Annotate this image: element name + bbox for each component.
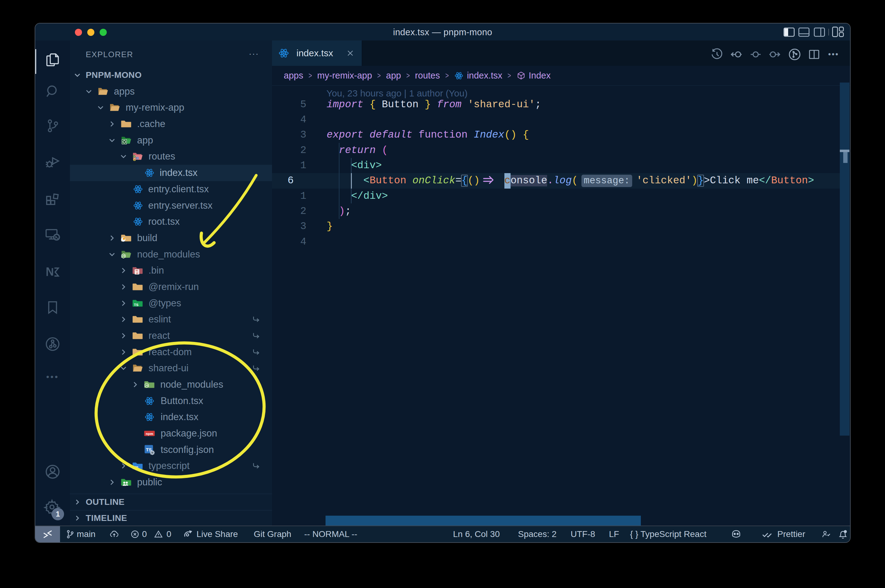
svg-text:npm: npm [146,432,153,436]
svg-text:TS: TS [134,303,138,307]
svg-text:TS: TS [134,466,138,470]
svg-text:10: 10 [135,272,138,275]
svg-text:JS: JS [122,254,125,258]
svg-text:01: 01 [135,270,138,272]
svg-text:JS: JS [145,384,149,387]
